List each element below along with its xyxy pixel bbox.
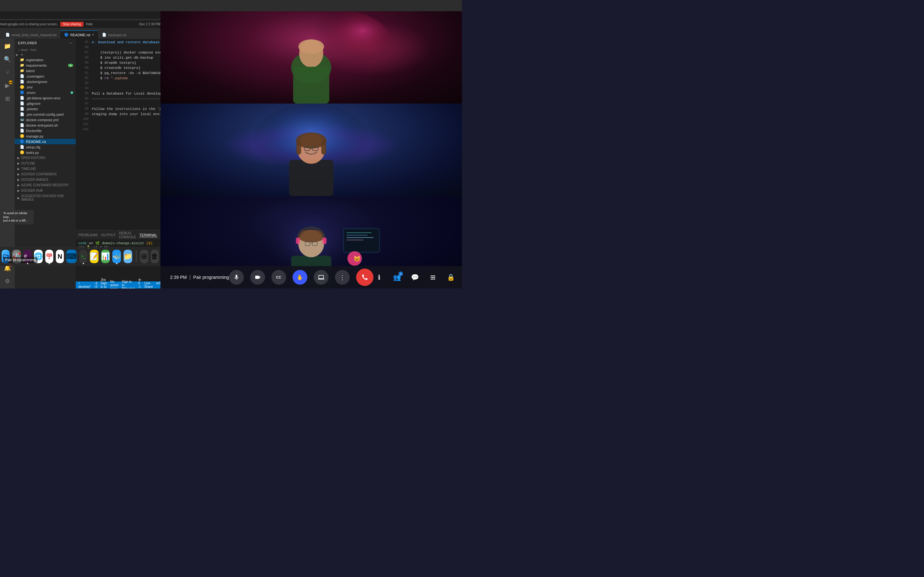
settings-icon[interactable]: ⚙ xyxy=(2,276,13,287)
bottom-controls-bar: 2:39 PM | Pair programming CC ✋ xyxy=(160,266,462,288)
tab-terminal[interactable]: TERMINAL xyxy=(139,233,157,237)
vscode-area: meet.google.com is sharing your screen. … xyxy=(0,11,160,288)
tree-file-gitignore[interactable]: 📄 .gitignore xyxy=(15,101,76,106)
code-line-97: 97 xyxy=(76,102,160,107)
svg-rect-11 xyxy=(321,141,326,155)
camera-icon xyxy=(254,274,261,280)
status-liveshare[interactable]: Live Share xyxy=(144,282,153,288)
run-debug-icon[interactable]: ▶ 10K xyxy=(2,80,13,91)
source-control-icon[interactable]: ⑂ xyxy=(2,67,13,78)
tree-file-coveragerc[interactable]: 📄 .coveragerc xyxy=(15,73,76,79)
section-docker-images[interactable]: ▶ DOCKER IMAGES xyxy=(15,177,76,182)
tree-file-precommit[interactable]: 📄 .pre-commit-config.yaml xyxy=(15,111,76,117)
tree-file-git-blame[interactable]: 📄 .git-blame-ignore-revs xyxy=(15,95,76,101)
code-line-86: 86 xyxy=(76,45,160,51)
clock-label: 2:39 PM xyxy=(170,275,187,280)
meet-message: meet.google.com is sharing your screen. xyxy=(0,23,58,26)
video-panels: 😺 2:39 PM | Pair programming xyxy=(160,11,462,288)
status-bitbucket[interactable]: Sign in to Bitbucket xyxy=(122,280,135,289)
video-panel-person1 xyxy=(160,11,462,103)
tree-file-manage[interactable]: 🟡 manage.py xyxy=(15,133,76,139)
tab-problems[interactable]: PROBLEMS xyxy=(78,233,98,237)
tab-readme[interactable]: 🔵 README.rst ✕ xyxy=(60,31,98,39)
date-label: Dec 2 2:39 PM xyxy=(139,23,160,26)
code-line-94: 94 xyxy=(76,87,160,92)
people-button[interactable]: 👥 4 xyxy=(391,271,403,283)
status-jira[interactable]: Jira Sign in to Jira xyxy=(100,278,107,288)
present-icon xyxy=(318,274,325,280)
dock-separator xyxy=(136,251,136,262)
tree-file-readme[interactable]: 🔵 README.rst xyxy=(15,139,76,144)
present-button[interactable] xyxy=(314,270,328,285)
dock-numbers[interactable]: 📊 xyxy=(101,250,110,263)
tab-backups[interactable]: 📄 backups.rst xyxy=(98,31,130,39)
section-suggested-docker[interactable]: ▶ SUGGESTED DOCKER HUB IMAGES xyxy=(15,193,76,202)
tree-collapse[interactable]: ▶ ▼ xyxy=(15,53,76,57)
tab-debug[interactable]: DEBUG CONSOLE xyxy=(119,231,136,239)
dock-trash[interactable]: 🗑 xyxy=(151,250,159,263)
tree-folder-requirements[interactable]: 📁 requirements ● xyxy=(15,63,76,68)
tree-file-setup[interactable]: 📄 setup.cfg xyxy=(15,144,76,150)
tree-folder-talent[interactable]: 📁 talent xyxy=(15,68,76,73)
tree-file-tasks[interactable]: 🟡 tasks.py xyxy=(15,150,76,155)
code-line-101: 101 xyxy=(76,122,160,127)
dock-terminal-app[interactable]: >_ xyxy=(79,250,87,263)
code-editor[interactable]: 85 #. Download and restore database arch… xyxy=(76,39,160,230)
dock-docker[interactable]: 🐳 xyxy=(112,250,121,263)
status-bar: ⑂ develop* ↓3 ↑0 Jira Sign in to Jira No… xyxy=(76,282,160,288)
info-button[interactable]: ℹ xyxy=(373,271,385,283)
section-outline[interactable]: ▶ OUTLINE xyxy=(15,161,76,166)
hide-button[interactable]: Hide xyxy=(86,23,93,26)
code-line-96: 96 -------------------------------------… xyxy=(76,97,160,102)
tree-file-envrc[interactable]: 🔵 .envrc xyxy=(15,90,76,95)
tree-file-dockerignore[interactable]: 📄 .dockerignore xyxy=(15,79,76,84)
chat-button[interactable]: 💬 xyxy=(409,271,421,283)
section-docker-containers[interactable]: ▶ DOCKER CONTAINERS xyxy=(15,171,76,177)
tree-folder-registration[interactable]: 📁 registration xyxy=(15,57,76,63)
lock-button[interactable]: 🔒 xyxy=(445,271,457,283)
stop-sharing-button[interactable]: Stop sharing xyxy=(60,22,83,27)
microphone-button[interactable] xyxy=(229,270,244,285)
top-bar xyxy=(0,0,462,11)
code-line-88: 88 $ inv utils.get-db-backup xyxy=(76,56,160,61)
dock-notion[interactable]: N xyxy=(56,250,64,263)
person2-video xyxy=(160,103,462,196)
more-options-button[interactable]: ⋮ xyxy=(335,270,350,285)
section-timeline[interactable]: ▶ TIMELINE xyxy=(15,166,76,171)
section-open-editors[interactable]: ▶ OPEN EDITORS xyxy=(15,155,76,161)
dock-apps[interactable]: ⊞ xyxy=(140,250,148,263)
search-icon[interactable]: 🔍 xyxy=(2,53,13,65)
raise-hand-button[interactable]: ✋ xyxy=(292,270,307,285)
dock-downloads-folder[interactable]: 📁 xyxy=(124,250,132,263)
tree-file-docker-entrypoint[interactable]: 📄 docker-entrypoint.sh xyxy=(15,122,76,128)
end-call-button[interactable] xyxy=(356,269,373,286)
activities-button[interactable]: ⊞ xyxy=(427,271,439,283)
section-azure-registry[interactable]: ▶ AZURE CONTAINER REGISTRY xyxy=(15,182,76,188)
tab-email[interactable]: 📄 email_limit_reset_request.txt xyxy=(2,31,60,39)
dock-notes[interactable]: 📝 xyxy=(90,250,99,263)
status-errors[interactable]: ⊗ 0 ⚠ 0 xyxy=(138,278,141,288)
dock: 🗂 🚀 # 🌐 DEC2 N ⌨ >_ 📝 📊 🐳 📁 xyxy=(0,247,160,266)
tree-file-env[interactable]: 🟡 .env xyxy=(15,84,76,90)
tree-file-docker-compose[interactable]: 🐳 docker-compose.yml xyxy=(15,117,76,122)
code-line-85: 85 #. Download and restore database arch… xyxy=(76,40,160,45)
explorer-icon[interactable]: 📁 xyxy=(2,40,13,52)
section-docker-hub[interactable]: ▶ DOCKER HUB xyxy=(15,188,76,193)
svg-rect-22 xyxy=(296,237,300,244)
status-language[interactable]: reStructuredText xyxy=(156,282,160,288)
tab-output[interactable]: OUTPUT xyxy=(101,233,115,237)
status-branch[interactable]: ⑂ develop* xyxy=(78,282,91,288)
camera-button[interactable] xyxy=(250,270,265,285)
svg-text:😺: 😺 xyxy=(354,255,360,262)
terminal-tabs: PROBLEMS OUTPUT DEBUG CONSOLE TERMINAL G… xyxy=(76,230,160,239)
status-sync[interactable]: ↓3 ↑0 xyxy=(94,282,97,288)
captions-button[interactable]: CC xyxy=(271,270,286,285)
video-panel-person2 xyxy=(160,103,462,196)
tree-file-jshintrc[interactable]: 📄 .jshintrc xyxy=(15,106,76,111)
dock-calendar[interactable]: DEC2 xyxy=(45,250,53,263)
meet-notification-bar: meet.google.com is sharing your screen. … xyxy=(0,20,160,28)
dock-vscode[interactable]: ⌨ xyxy=(66,250,77,263)
extensions-icon[interactable]: ⊞ xyxy=(2,93,13,105)
tree-file-dockerfile[interactable]: 📄 Dockerfile xyxy=(15,128,76,133)
code-line-91: 91 $ pg_restore -Ox -d $DATABASE_URL < *… xyxy=(76,71,160,76)
